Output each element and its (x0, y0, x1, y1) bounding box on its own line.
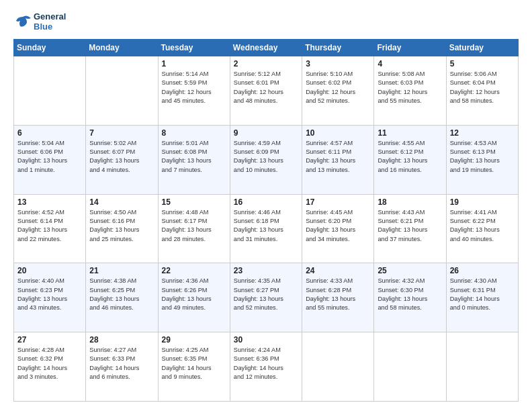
calendar-cell: 6Sunrise: 5:04 AMSunset: 6:06 PMDaylight… (14, 125, 86, 194)
calendar-cell: 15Sunrise: 4:48 AMSunset: 6:17 PMDayligh… (158, 194, 230, 263)
weekday-header-sunday: Sunday (14, 39, 86, 56)
calendar-cell: 29Sunrise: 4:25 AMSunset: 6:35 PMDayligh… (158, 332, 230, 402)
day-info: Sunrise: 5:14 AMSunset: 5:59 PMDaylight:… (162, 70, 226, 105)
calendar-cell: 12Sunrise: 4:53 AMSunset: 6:13 PMDayligh… (446, 125, 518, 194)
day-number: 12 (450, 128, 515, 138)
calendar-week-2: 6Sunrise: 5:04 AMSunset: 6:06 PMDaylight… (14, 125, 519, 194)
day-info: Sunrise: 4:32 AMSunset: 6:30 PMDaylight:… (378, 277, 442, 312)
day-info: Sunrise: 4:27 AMSunset: 6:33 PMDaylight:… (89, 346, 154, 381)
day-info: Sunrise: 4:25 AMSunset: 6:35 PMDaylight:… (162, 346, 226, 381)
day-info: Sunrise: 5:04 AMSunset: 6:06 PMDaylight:… (17, 139, 82, 175)
logo-general: General (34, 12, 66, 22)
day-number: 18 (378, 197, 442, 207)
day-info: Sunrise: 4:40 AMSunset: 6:23 PMDaylight:… (17, 277, 82, 312)
day-number: 8 (162, 128, 226, 138)
day-number: 19 (450, 197, 515, 207)
logo-blue: Blue (34, 22, 66, 32)
day-number: 17 (306, 197, 370, 207)
day-info: Sunrise: 4:36 AMSunset: 6:26 PMDaylight:… (162, 277, 226, 312)
calendar-cell: 4Sunrise: 5:08 AMSunset: 6:03 PMDaylight… (374, 56, 446, 125)
day-number: 3 (306, 59, 370, 68)
calendar-week-1: 1Sunrise: 5:14 AMSunset: 5:59 PMDaylight… (14, 56, 519, 125)
calendar-cell: 21Sunrise: 4:38 AMSunset: 6:25 PMDayligh… (86, 263, 158, 332)
calendar-cell: 7Sunrise: 5:02 AMSunset: 6:07 PMDaylight… (86, 125, 158, 194)
day-number: 5 (450, 59, 515, 68)
calendar-cell (302, 332, 374, 402)
calendar-cell: 18Sunrise: 4:43 AMSunset: 6:21 PMDayligh… (374, 194, 446, 263)
calendar-cell: 25Sunrise: 4:32 AMSunset: 6:30 PMDayligh… (374, 263, 446, 332)
day-info: Sunrise: 4:59 AMSunset: 6:09 PMDaylight:… (234, 139, 298, 175)
day-info: Sunrise: 5:08 AMSunset: 6:03 PMDaylight:… (378, 70, 442, 105)
calendar-cell: 19Sunrise: 4:41 AMSunset: 6:22 PMDayligh… (446, 194, 518, 263)
day-info: Sunrise: 4:52 AMSunset: 6:14 PMDaylight:… (17, 208, 82, 244)
calendar-week-3: 13Sunrise: 4:52 AMSunset: 6:14 PMDayligh… (14, 194, 519, 263)
day-info: Sunrise: 4:45 AMSunset: 6:20 PMDaylight:… (306, 208, 370, 244)
day-info: Sunrise: 5:06 AMSunset: 6:04 PMDaylight:… (450, 70, 515, 105)
day-info: Sunrise: 5:02 AMSunset: 6:07 PMDaylight:… (89, 139, 154, 175)
page: General Blue SundayMondayTuesdayWednesda… (0, 0, 532, 411)
day-number: 25 (378, 266, 442, 275)
calendar-cell: 2Sunrise: 5:12 AMSunset: 6:01 PMDaylight… (230, 56, 302, 125)
calendar-cell: 20Sunrise: 4:40 AMSunset: 6:23 PMDayligh… (14, 263, 86, 332)
day-info: Sunrise: 4:53 AMSunset: 6:13 PMDaylight:… (450, 139, 515, 175)
calendar-week-5: 27Sunrise: 4:28 AMSunset: 6:32 PMDayligh… (14, 332, 519, 402)
weekday-header-saturday: Saturday (446, 39, 518, 56)
day-info: Sunrise: 4:30 AMSunset: 6:31 PMDaylight:… (450, 277, 515, 312)
day-number: 15 (162, 197, 226, 207)
day-info: Sunrise: 5:12 AMSunset: 6:01 PMDaylight:… (234, 70, 298, 105)
calendar-cell: 11Sunrise: 4:55 AMSunset: 6:12 PMDayligh… (374, 125, 446, 194)
calendar-table: SundayMondayTuesdayWednesdayThursdayFrid… (13, 39, 519, 402)
day-info: Sunrise: 4:35 AMSunset: 6:27 PMDaylight:… (234, 277, 298, 312)
day-info: Sunrise: 4:33 AMSunset: 6:28 PMDaylight:… (306, 277, 370, 312)
day-number: 13 (17, 197, 82, 207)
day-info: Sunrise: 4:28 AMSunset: 6:32 PMDaylight:… (17, 346, 82, 381)
day-info: Sunrise: 4:43 AMSunset: 6:21 PMDaylight:… (378, 208, 442, 244)
calendar-cell (446, 332, 518, 402)
calendar-cell (14, 56, 86, 125)
calendar-cell: 26Sunrise: 4:30 AMSunset: 6:31 PMDayligh… (446, 263, 518, 332)
weekday-header-row: SundayMondayTuesdayWednesdayThursdayFrid… (14, 39, 519, 56)
day-number: 4 (378, 59, 442, 68)
header: General Blue (13, 12, 519, 32)
weekday-header-monday: Monday (86, 39, 158, 56)
calendar-cell: 23Sunrise: 4:35 AMSunset: 6:27 PMDayligh… (230, 263, 302, 332)
day-info: Sunrise: 5:01 AMSunset: 6:08 PMDaylight:… (162, 139, 226, 175)
day-info: Sunrise: 4:38 AMSunset: 6:25 PMDaylight:… (89, 277, 154, 312)
calendar-cell: 27Sunrise: 4:28 AMSunset: 6:32 PMDayligh… (14, 332, 86, 402)
day-number: 22 (162, 266, 226, 275)
day-info: Sunrise: 4:46 AMSunset: 6:18 PMDaylight:… (234, 208, 298, 244)
calendar-cell: 9Sunrise: 4:59 AMSunset: 6:09 PMDaylight… (230, 125, 302, 194)
day-number: 27 (17, 335, 82, 345)
calendar-cell: 17Sunrise: 4:45 AMSunset: 6:20 PMDayligh… (302, 194, 374, 263)
day-info: Sunrise: 4:48 AMSunset: 6:17 PMDaylight:… (162, 208, 226, 244)
day-number: 7 (89, 128, 154, 138)
calendar-cell: 28Sunrise: 4:27 AMSunset: 6:33 PMDayligh… (86, 332, 158, 402)
logo-bird-icon (13, 13, 32, 32)
logo-text-block: General Blue (13, 12, 66, 32)
day-info: Sunrise: 4:55 AMSunset: 6:12 PMDaylight:… (378, 139, 442, 175)
calendar-cell: 10Sunrise: 4:57 AMSunset: 6:11 PMDayligh… (302, 125, 374, 194)
weekday-header-tuesday: Tuesday (158, 39, 230, 56)
day-number: 23 (234, 266, 298, 275)
day-number: 16 (234, 197, 298, 207)
calendar-cell: 3Sunrise: 5:10 AMSunset: 6:02 PMDaylight… (302, 56, 374, 125)
weekday-header-thursday: Thursday (302, 39, 374, 56)
day-number: 14 (89, 197, 154, 207)
day-number: 1 (162, 59, 226, 68)
day-number: 10 (306, 128, 370, 138)
calendar-cell: 30Sunrise: 4:24 AMSunset: 6:36 PMDayligh… (230, 332, 302, 402)
calendar-cell: 24Sunrise: 4:33 AMSunset: 6:28 PMDayligh… (302, 263, 374, 332)
logo: General Blue (13, 12, 66, 32)
day-number: 21 (89, 266, 154, 275)
day-info: Sunrise: 4:50 AMSunset: 6:16 PMDaylight:… (89, 208, 154, 244)
calendar-cell: 22Sunrise: 4:36 AMSunset: 6:26 PMDayligh… (158, 263, 230, 332)
calendar-cell (374, 332, 446, 402)
day-number: 2 (234, 59, 298, 68)
day-info: Sunrise: 4:41 AMSunset: 6:22 PMDaylight:… (450, 208, 515, 244)
day-number: 11 (378, 128, 442, 138)
day-number: 20 (17, 266, 82, 275)
calendar-cell (86, 56, 158, 125)
calendar-cell: 13Sunrise: 4:52 AMSunset: 6:14 PMDayligh… (14, 194, 86, 263)
day-number: 30 (234, 335, 298, 345)
calendar-cell: 16Sunrise: 4:46 AMSunset: 6:18 PMDayligh… (230, 194, 302, 263)
